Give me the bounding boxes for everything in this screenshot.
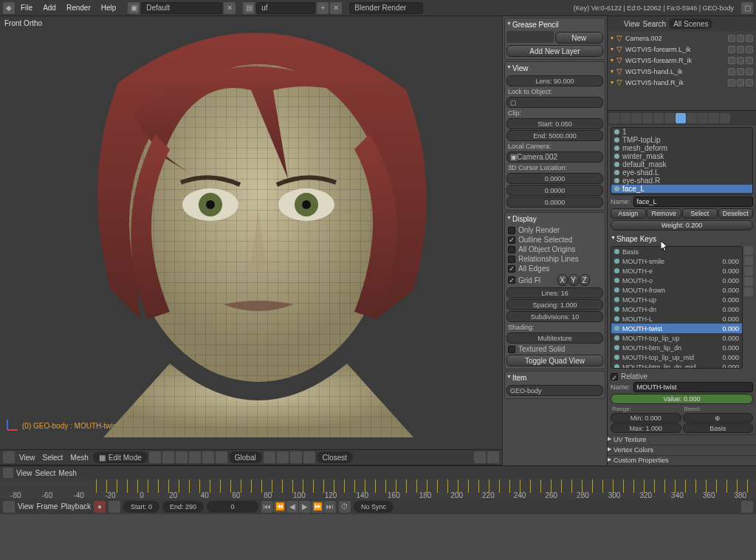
clip-end-field[interactable]: End: 5000.000 [506, 130, 603, 141]
menu-render[interactable]: Render [62, 4, 95, 12]
vertex-groups-list[interactable]: 1TMP-topLipmesh_deformwinter_maskdefault… [611, 127, 753, 195]
local-camera-field[interactable]: ▣ Camera.002 [506, 151, 603, 163]
shading-icon[interactable] [149, 451, 161, 463]
grid-spacing-field[interactable]: Spacing: 1.000 [506, 299, 603, 310]
opengl-anim-icon[interactable] [487, 451, 499, 463]
vg-remove-button[interactable]: Remove [647, 208, 682, 219]
mode-dropdown[interactable]: ▦Edit Mode [93, 451, 148, 463]
uv-texture-panel-collapsed[interactable]: UV Texture [608, 434, 756, 445]
pivot-icon[interactable] [162, 451, 174, 463]
sk-min-field[interactable]: Min: 0.000 [611, 413, 681, 423]
outliner-row[interactable]: ▾▽WGTVIS-hand.R_ik [608, 77, 756, 88]
vertex-group-row[interactable]: winter_mask [611, 152, 752, 160]
display-title[interactable]: Display [506, 214, 603, 225]
editor-type-icon[interactable] [3, 451, 15, 463]
scene-icon[interactable]: ▣ [128, 2, 140, 14]
start-frame-field[interactable]: Start: 0 [123, 501, 159, 513]
shape-key-row[interactable]: MOUTH-btm_lip_dn0.000 [611, 343, 742, 352]
screen-add-icon[interactable]: + [317, 2, 329, 14]
shape-key-row[interactable]: MOUTH-top_lip_up0.000 [611, 333, 742, 343]
tl-menu-playback[interactable]: Playback [61, 502, 91, 511]
outliner-filter-icon[interactable] [744, 19, 753, 28]
vertex-group-row[interactable]: 1 [611, 128, 752, 136]
marker-icon[interactable] [741, 501, 753, 513]
gp-add-layer-button[interactable]: Add New Layer [506, 45, 603, 57]
jump-start-icon[interactable]: ⏮ [261, 501, 273, 513]
snap-mode-dropdown[interactable]: Closest [317, 451, 353, 463]
sk-movedown-icon[interactable] [744, 287, 753, 296]
play-reverse-icon[interactable]: ◀ [286, 501, 298, 513]
vertex-group-row[interactable]: face_L [611, 185, 752, 193]
manip-translate-icon[interactable] [264, 451, 275, 463]
gp-type-icon[interactable] [506, 31, 554, 43]
sk-value-slider[interactable]: Value: 0.000 [611, 394, 753, 404]
sync-mode-dropdown[interactable]: No Sync [354, 501, 394, 513]
3d-viewport[interactable]: Front Ortho (0) GEO-body : MOUTH-twist [0, 16, 502, 449]
grid-lines-field[interactable]: Lines: 16 [506, 287, 603, 298]
outliner-row[interactable]: ▾▽WGTVIS-hand.L_ik [608, 66, 756, 77]
tab-object-icon[interactable] [642, 113, 653, 123]
sk-max-field[interactable]: Max: 1.000 [611, 423, 681, 433]
keyset-icon[interactable] [109, 501, 120, 513]
grid-check[interactable]: ✓Grid Fl [506, 273, 556, 287]
shape-key-row[interactable]: MOUTH-e0.000 [611, 266, 742, 276]
jump-end-icon[interactable]: ⏭ [324, 501, 336, 513]
vertex-group-row[interactable]: eye-shad.R [611, 177, 752, 185]
tl-menu-frame[interactable]: Frame [37, 502, 58, 511]
sk-name-input[interactable]: MOUTH-twist [633, 382, 753, 392]
shape-key-row[interactable]: MOUTH-top_lip_up_mid0.000 [611, 352, 742, 362]
menu-add[interactable]: Add [38, 4, 61, 12]
vertex-group-row[interactable]: default_mask [611, 160, 752, 168]
autokey-icon[interactable]: ● [94, 501, 106, 513]
cursor-x-field[interactable]: 0.0000 [506, 173, 603, 184]
screen-x-icon[interactable]: ✕ [330, 2, 342, 14]
play-icon[interactable]: ▶ [299, 501, 311, 513]
vg-name-input[interactable]: face_L [633, 197, 753, 207]
outliner-menu-search[interactable]: Search [643, 20, 667, 28]
ds-menu-select[interactable]: Select [35, 469, 56, 477]
shape-key-row[interactable]: MOUTH-twist0.000 [611, 324, 742, 333]
dopesheet-track[interactable]: -80-60-40-200204060801001201401601802002… [0, 479, 756, 499]
cursor-z-field[interactable]: 0.0000 [506, 197, 603, 208]
custom-properties-panel-collapsed[interactable]: Custom Properties [608, 455, 756, 465]
sk-add-icon[interactable] [744, 246, 753, 255]
shape-key-row[interactable]: MOUTH-L0.000 [611, 314, 742, 324]
tab-particles-icon[interactable] [709, 113, 719, 123]
textured-solid-check[interactable]: Textured Solid [506, 344, 603, 354]
shape-key-row[interactable]: Basis [611, 247, 742, 256]
view-title[interactable]: View [506, 64, 603, 75]
outliner-row[interactable]: ▾▽WGTVIS-forearm.L_ik [608, 44, 756, 55]
vp-menu-mesh[interactable]: Mesh [67, 454, 91, 462]
shape-key-row[interactable]: MOUTH-o0.000 [611, 276, 742, 285]
lock-to-object-field[interactable]: ▢ [506, 97, 603, 108]
cursor-y-field[interactable]: 0.0000 [506, 185, 603, 196]
limit-sel-icon[interactable] [216, 451, 227, 463]
vg-weight-slider[interactable]: Weight: 0.200 [611, 220, 753, 231]
axis-y-button[interactable]: Y [568, 274, 579, 286]
tab-material-icon[interactable] [687, 113, 697, 123]
shape-key-row[interactable]: MOUTH-smile0.000 [611, 256, 742, 266]
shape-key-row[interactable]: MOUTH-btm_lip_dn_mid0.000 [611, 362, 742, 369]
shape-key-row[interactable]: MOUTH-up0.000 [611, 295, 742, 304]
toggle-quad-button[interactable]: Toggle Quad View [506, 355, 603, 366]
vertex-group-row[interactable]: TMP-topLip [611, 136, 752, 144]
opengl-render-icon[interactable] [474, 451, 486, 463]
tab-render-icon[interactable] [609, 113, 619, 123]
only-render-check[interactable]: Only Render [506, 225, 603, 235]
scene-x-icon[interactable]: ✕ [224, 2, 236, 14]
tl-menu-view[interactable]: View [18, 502, 34, 511]
outline-selected-check[interactable]: ✓Outline Selected [506, 235, 603, 245]
shape-keys-title[interactable]: Shape Keys [611, 233, 753, 246]
scene-name-field[interactable]: Default [141, 2, 222, 14]
tab-physics-icon[interactable] [720, 113, 730, 123]
screen-icon[interactable]: ▤ [243, 2, 255, 14]
sk-blend-vg-field[interactable]: ⊕ [683, 413, 754, 423]
sk-remove-icon[interactable] [744, 256, 753, 265]
all-edges-check[interactable]: ✓All Edges [506, 264, 603, 273]
select-mode-face-icon[interactable] [202, 451, 214, 463]
sync-menu-icon[interactable]: ⏱ [339, 501, 351, 513]
end-frame-field[interactable]: End: 290 [162, 501, 204, 513]
tab-modifiers-icon[interactable] [664, 113, 675, 123]
tab-texture-icon[interactable] [698, 113, 708, 123]
outliner-mode-dropdown[interactable]: All Scenes [669, 18, 712, 29]
